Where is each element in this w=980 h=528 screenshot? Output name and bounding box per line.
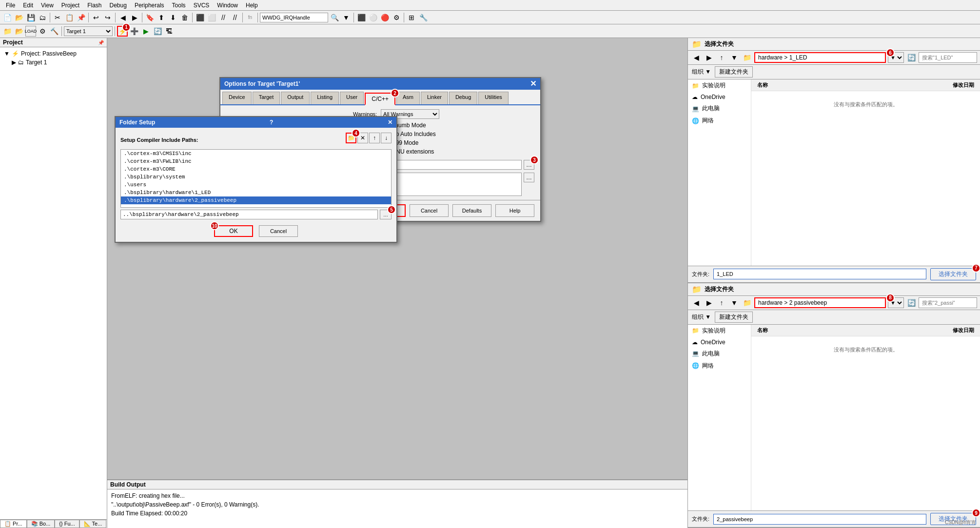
bookmark-next-btn[interactable]: ⬇ <box>168 12 178 23</box>
tab-templates[interactable]: 📐 Te... <box>79 520 107 528</box>
folder-down-btn[interactable]: ↓ <box>381 133 392 143</box>
build-target-btn[interactable]: 🏗 <box>164 26 175 37</box>
path-list[interactable]: .\cortex-m3\CMSIS\inc .\cortex-m3\FWLIB\… <box>120 149 392 208</box>
path-edit-input[interactable] <box>120 210 378 219</box>
fc1-breadcrumb[interactable]: hardware > 1_LED 6 <box>754 52 886 63</box>
run-btn[interactable]: ⚪ <box>368 12 378 23</box>
open-proj-btn[interactable]: 📂 <box>14 26 24 37</box>
search-input[interactable] <box>260 13 328 22</box>
path-item-3[interactable]: .\bsplibrary\system <box>121 173 391 181</box>
grid-btn[interactable]: ⊞ <box>406 12 417 23</box>
path-item-6[interactable]: .\bsplibrary\hardware\2_passivebeep <box>121 196 391 204</box>
fc2-refresh-btn[interactable]: 🔄 <box>906 297 917 308</box>
fc2-fwd-btn[interactable]: ▶ <box>704 297 714 308</box>
config-btn[interactable]: 🔧 <box>418 12 429 23</box>
path-item-2[interactable]: .\cortex-m3\CORE <box>121 165 391 173</box>
bookmark-clear-btn[interactable]: 🗑 <box>179 12 190 23</box>
search-execute-btn[interactable]: 🔍 <box>329 12 340 23</box>
folder-dialog-help[interactable]: ? <box>270 119 273 126</box>
tab-project[interactable]: 📋 Pr... <box>0 520 27 528</box>
tab-listing[interactable]: Listing <box>311 92 339 104</box>
path-item-1[interactable]: .\cortex-m3\FWLIB\inc <box>121 157 391 165</box>
menu-project[interactable]: Project <box>58 1 83 10</box>
tree-target[interactable]: ▶ 🗂 Target 1 <box>2 58 105 67</box>
menu-svcs[interactable]: SVCS <box>190 1 214 10</box>
tab-target[interactable]: Target <box>253 92 280 104</box>
search-options-btn[interactable]: ▼ <box>341 12 352 23</box>
paste-btn[interactable]: 📌 <box>76 12 86 23</box>
fc2-breadcrumb[interactable]: hardware > 2 passivebeep 8 <box>754 297 886 308</box>
path-item-4[interactable]: .\users <box>121 181 391 189</box>
proj-settings-btn[interactable]: ⚙ <box>37 26 48 37</box>
tab-output[interactable]: Output <box>281 92 310 104</box>
add-component-btn[interactable]: ➕ <box>129 26 139 37</box>
path-item-0[interactable]: .\cortex-m3\CMSIS\inc <box>121 150 391 157</box>
fc2-organize-btn[interactable]: 组织 ▼ <box>692 313 711 321</box>
tab-asm[interactable]: Asm <box>396 92 420 104</box>
fc1-new-folder-btn[interactable]: 新建文件夹 <box>715 66 753 78</box>
fc2-new-folder-btn[interactable]: 新建文件夹 <box>715 312 753 323</box>
save-all-btn[interactable]: 🗂 <box>37 12 48 23</box>
folder-delete-btn[interactable]: ✕ <box>357 133 368 143</box>
menu-peripherals[interactable]: Peripherals <box>131 1 168 10</box>
compile-btn[interactable]: 🔨 <box>49 26 59 37</box>
settings-btn[interactable]: ⚙ <box>391 12 402 23</box>
fc1-sidebar-onedrive[interactable]: ☁ OneDrive <box>688 92 751 102</box>
fc1-up-btn[interactable]: ↑ <box>716 52 727 63</box>
fc1-fwd-btn[interactable]: ▶ <box>704 52 714 63</box>
bookmark-btn[interactable]: 🔖 <box>144 12 155 23</box>
fc1-back-btn[interactable]: ◀ <box>691 52 702 63</box>
menu-debug[interactable]: Debug <box>106 1 131 10</box>
options-btn[interactable]: ⚡ 1 <box>117 26 128 37</box>
options-defaults-btn[interactable]: Defaults <box>452 204 491 217</box>
fc1-select-btn[interactable]: 选择文件夹 7 <box>930 268 976 280</box>
folder-dialog-close[interactable]: ✕ <box>388 119 392 126</box>
redo-btn[interactable]: ↪ <box>102 12 113 23</box>
fc2-sidebar-network[interactable]: 🌐 网络 <box>688 360 751 372</box>
undo-btn[interactable]: ↩ <box>91 12 101 23</box>
fc1-sidebar-computer[interactable]: 💻 此电脑 <box>688 102 751 115</box>
tree-project[interactable]: ▼ ⚡ Project: PassiveBeep <box>2 49 105 58</box>
bookmark-prev-btn[interactable]: ⬆ <box>156 12 167 23</box>
stop-btn[interactable]: 🔴 <box>379 12 390 23</box>
menu-view[interactable]: View <box>37 1 58 10</box>
target-select[interactable]: Target 1 <box>64 26 113 36</box>
fc1-refresh-btn[interactable]: 🔄 <box>906 52 917 63</box>
nav-back-btn[interactable]: ◀ <box>118 12 128 23</box>
fc2-view-select[interactable]: ▼ <box>888 297 904 308</box>
tab-linker[interactable]: Linker <box>421 92 448 104</box>
menu-tools[interactable]: Tools <box>168 1 190 10</box>
fc1-search-input[interactable] <box>919 52 977 63</box>
fc1-sidebar-shuoming[interactable]: 📁 实验说明 <box>688 79 751 92</box>
folder-up-btn[interactable]: ↑ <box>369 133 380 143</box>
comment-btn[interactable]: // <box>218 12 229 23</box>
tab-books[interactable]: 📚 Bo... <box>27 520 55 528</box>
options-help-btn[interactable]: Help <box>495 204 534 217</box>
save-btn[interactable]: 💾 <box>25 12 36 23</box>
debug-btn[interactable]: ⬛ <box>356 12 367 23</box>
fc2-sidebar-onedrive[interactable]: ☁ OneDrive <box>688 337 751 348</box>
run2-btn[interactable]: ▶ <box>140 26 151 37</box>
fc1-recent-btn[interactable]: ▼ <box>729 52 740 63</box>
menu-edit[interactable]: Edit <box>19 1 37 10</box>
new-file-btn[interactable]: 📄 <box>2 12 13 23</box>
options-cancel-btn[interactable]: Cancel <box>410 204 449 217</box>
tab-utilities[interactable]: Utilities <box>478 92 508 104</box>
translate-btn[interactable]: 🔄 <box>152 26 163 37</box>
load-btn[interactable]: LOAD <box>25 26 36 37</box>
options-dialog-close[interactable]: ✕ <box>530 80 536 88</box>
unindent-btn[interactable]: ⬜ <box>206 12 217 23</box>
nav-fwd-btn[interactable]: ▶ <box>129 12 140 23</box>
folder-cancel-btn[interactable]: Cancel <box>259 225 298 237</box>
tab-debug[interactable]: Debug <box>449 92 477 104</box>
tab-user[interactable]: User <box>340 92 364 104</box>
fc2-up-btn[interactable]: ↑ <box>716 297 727 308</box>
misc-browse-btn[interactable]: … <box>524 173 534 182</box>
menu-help[interactable]: Help <box>242 1 262 10</box>
fc1-folder-input[interactable] <box>713 269 926 279</box>
include-browse-btn[interactable]: … 3 <box>524 160 534 170</box>
tab-functions[interactable]: {} Fu... <box>55 520 79 528</box>
folder-ok-btn[interactable]: OK 10 <box>214 225 253 237</box>
indent-btn[interactable]: ⬛ <box>195 12 205 23</box>
folder-add-btn[interactable]: 📁 4 <box>346 133 356 143</box>
